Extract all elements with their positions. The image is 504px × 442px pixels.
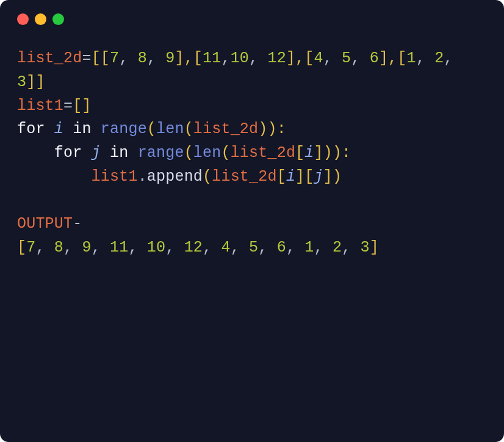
bracket: []: [73, 97, 91, 115]
number: 8: [138, 49, 147, 67]
number: 1: [304, 239, 314, 256]
identifier-list_2d: list_2d: [212, 168, 276, 186]
number: 1: [407, 49, 416, 67]
zoom-icon[interactable]: [52, 13, 64, 25]
number: 7: [110, 49, 119, 67]
keyword-in: in: [73, 120, 91, 138]
function-range: range: [101, 120, 147, 138]
comma: ,: [221, 49, 230, 67]
code-line-1: list_2d=[[7, 8, 9],[11,10, 12],[4, 5, 6]…: [17, 49, 463, 91]
number: 10: [231, 49, 249, 67]
bracket: ]]: [26, 73, 45, 91]
identifier-list1: list1: [92, 168, 138, 186]
paren: (: [203, 168, 212, 186]
bracket: ]): [323, 168, 342, 186]
paren: (: [221, 144, 230, 162]
number: 7: [26, 239, 35, 256]
bracket: ][: [295, 168, 314, 186]
identifier-list_2d: list_2d: [17, 49, 82, 67]
output-label: OUTPUT: [17, 215, 73, 233]
code-line-2: list1=[]: [17, 97, 92, 115]
number: 9: [165, 49, 175, 67]
close-icon[interactable]: [17, 13, 29, 25]
identifier-list1: list1: [17, 97, 63, 115]
number: 8: [54, 239, 63, 256]
comma: ,: [147, 49, 165, 67]
number: 12: [184, 239, 203, 256]
code-line-7: OUTPUT-: [17, 215, 82, 233]
equals: =: [63, 97, 73, 115]
number: 2: [434, 49, 444, 67]
number: 2: [333, 239, 342, 256]
keyword-for: for: [17, 120, 45, 138]
number: 11: [110, 239, 128, 256]
comma: ,: [249, 49, 267, 67]
number: 6: [370, 49, 379, 67]
number: 5: [249, 239, 258, 256]
code-line-4: for j in range(len(list_2d[i])):: [17, 144, 351, 162]
bracket: [: [295, 144, 304, 162]
number: 6: [277, 239, 286, 256]
comma: ,: [119, 49, 137, 67]
function-len: len: [156, 120, 184, 138]
variable-i: i: [286, 168, 295, 186]
code-block: list_2d=[[7, 8, 9],[11,10, 12],[4, 5, 6]…: [17, 47, 487, 260]
comma: ,: [323, 49, 342, 67]
bracket: ],[: [286, 49, 314, 67]
code-line-8: [7, 8, 9, 11, 10, 12, 4, 5, 6, 1, 2, 3]: [17, 239, 379, 256]
code-window: list_2d=[[7, 8, 9],[11,10, 12],[4, 5, 6]…: [0, 0, 504, 442]
bracket: [[: [92, 49, 110, 67]
minimize-icon[interactable]: [35, 13, 46, 25]
function-len: len: [193, 144, 221, 162]
number: 5: [342, 49, 351, 67]
paren: (: [184, 144, 193, 162]
identifier-list_2d: list_2d: [231, 144, 295, 162]
keyword-for: for: [54, 144, 82, 162]
paren: )):: [258, 120, 286, 138]
blank-line: [17, 192, 26, 209]
variable-j: j: [314, 168, 323, 186]
number: 3: [361, 239, 370, 256]
dash: -: [73, 215, 82, 233]
comma: ,: [351, 49, 369, 67]
number: 12: [267, 49, 286, 67]
comma: ,: [444, 49, 462, 67]
paren: (: [184, 120, 193, 138]
function-range: range: [138, 144, 184, 162]
number: 10: [147, 239, 165, 256]
number: 11: [203, 49, 221, 67]
bracket: [: [277, 168, 286, 186]
number: 4: [221, 239, 230, 256]
bracket: ],[: [379, 49, 407, 67]
identifier-list_2d: list_2d: [193, 120, 258, 138]
titlebar: [17, 13, 487, 25]
paren: (: [147, 120, 156, 138]
dot: .: [138, 168, 147, 186]
variable-j: j: [92, 144, 101, 162]
variable-i: i: [54, 120, 63, 138]
number: 4: [314, 49, 323, 67]
method-append: append: [147, 168, 203, 186]
code-line-5: list1.append(list_2d[i][j]): [17, 168, 342, 186]
code-line-3: for i in range(len(list_2d)):: [17, 120, 286, 138]
bracket: [: [17, 239, 26, 256]
number: 3: [17, 73, 26, 91]
keyword-in: in: [110, 144, 128, 162]
equals: =: [82, 49, 91, 67]
variable-i: i: [304, 144, 314, 162]
bracket: ],[: [175, 49, 203, 67]
bracket: ]: [370, 239, 379, 256]
bracket: ])):: [314, 144, 351, 162]
number: 9: [82, 239, 91, 256]
comma: ,: [416, 49, 434, 67]
